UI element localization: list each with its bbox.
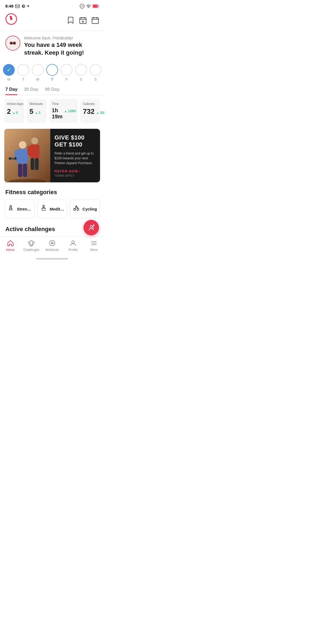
header-icons [67, 17, 99, 24]
svg-rect-35 [23, 164, 27, 177]
period-tabs: 7 Day 30 Day 90 Day [0, 84, 104, 95]
day-label-friday: F [66, 77, 68, 81]
svg-point-30 [19, 141, 26, 149]
bookmark-button[interactable] [67, 17, 74, 24]
svg-rect-39 [35, 146, 39, 155]
stat-time-change: ▲ 128% [64, 109, 76, 113]
svg-rect-41 [35, 158, 39, 170]
nav-workouts-label: Workouts [45, 248, 59, 252]
category-strength[interactable]: Strength [4, 199, 35, 218]
promo-people-image [4, 129, 50, 182]
svg-marker-58 [51, 242, 54, 244]
day-saturday: S [75, 64, 87, 81]
svg-point-53 [90, 225, 92, 228]
day-tuesday1: T [17, 64, 29, 81]
svg-point-5 [88, 7, 89, 8]
nav-challenges[interactable]: Challenges [23, 239, 39, 252]
fab-button[interactable] [83, 220, 99, 235]
bottom-nav: Home Challenges Workouts [0, 236, 104, 257]
promo-description: Refer a friend and get up to $100 toward… [55, 151, 96, 165]
stat-active-days-value: 2 [7, 107, 11, 116]
svg-point-25 [11, 43, 12, 43]
gmail-icon [15, 4, 20, 8]
svg-rect-40 [30, 158, 34, 170]
challenges-icon [28, 239, 35, 247]
nav-workouts[interactable]: Workouts [44, 239, 60, 252]
add-to-calendar-button[interactable] [79, 17, 87, 24]
day-circle-saturday [75, 64, 87, 76]
day-wednesday: W [32, 64, 44, 81]
category-strength-label: Strength [17, 207, 32, 211]
welcome-text: Welcome back, PeloBuddy! You have a 149 … [24, 36, 99, 57]
battery-icon [93, 4, 99, 8]
stat-calories-arrow: ▲ [96, 111, 99, 114]
svg-point-10 [10, 18, 12, 20]
promo-text-area: GIVE $100GET $100 Refer a friend and get… [50, 129, 100, 182]
stat-workouts-value: 5 [29, 107, 33, 116]
welcome-message: You have a 149 week streak. Keep it goin… [24, 41, 99, 57]
svg-point-43 [9, 157, 11, 160]
workouts-icon [48, 239, 56, 247]
category-cycling[interactable]: Cycling [70, 199, 100, 218]
nav-profile[interactable]: Profile [65, 239, 81, 252]
nav-home-label: Home [6, 248, 15, 252]
svg-text:✳: ✳ [22, 5, 25, 8]
category-cycling-label: Cycling [82, 207, 97, 211]
svg-rect-0 [15, 5, 20, 8]
categories-row: Strength Meditation Cycling [0, 199, 104, 223]
day-label-monday: M [7, 77, 10, 81]
wifi-icon [86, 4, 91, 8]
svg-point-26 [14, 43, 15, 43]
stat-active-days-label: Active days [7, 102, 21, 106]
day-label-wednesday: W [36, 77, 39, 81]
stat-active-days-change: ▲ 0 [12, 111, 18, 115]
stat-time-label: Time [52, 102, 75, 106]
tab-7day[interactable]: 7 Day [5, 87, 17, 95]
svg-point-44 [14, 157, 17, 160]
tab-90day[interactable]: 90 Day [45, 87, 60, 95]
day-circle-monday: ✓ [3, 64, 15, 76]
svg-rect-56 [30, 245, 32, 246]
nav-profile-label: Profile [68, 248, 78, 252]
strength-icon [7, 205, 14, 213]
svg-point-48 [43, 205, 44, 207]
promo-terms: TERMS APPLY [55, 174, 96, 177]
stat-time-arrow: ▲ [64, 110, 67, 113]
svg-rect-33 [23, 150, 28, 161]
welcome-greeting: Welcome back, PeloBuddy! [24, 36, 99, 40]
day-friday: F [61, 64, 72, 81]
avatar [5, 36, 20, 51]
nav-challenges-label: Challenges [23, 248, 39, 252]
home-indicator [36, 258, 68, 259]
svg-rect-16 [92, 18, 98, 24]
nav-more[interactable]: More [86, 239, 102, 252]
stat-workouts: Workouts 5 ▲ 3 [27, 99, 47, 123]
profile-icon [69, 239, 77, 247]
promo-cta-button[interactable]: REFER NOW › [55, 169, 96, 173]
svg-point-36 [31, 137, 38, 144]
stat-active-days-arrow: ▲ [12, 111, 15, 114]
day-label-sunday: S [94, 77, 97, 81]
svg-rect-28 [12, 43, 14, 44]
header [0, 11, 104, 31]
stat-workouts-arrow: ▲ [35, 111, 38, 114]
status-bar: 8:48 ✳ • [0, 0, 104, 11]
day-circle-thursday [46, 64, 58, 76]
meditation-icon [40, 205, 47, 213]
day-label-saturday: S [80, 77, 82, 81]
stat-calories: Calories 732 ▲ 326% [80, 99, 100, 123]
svg-rect-34 [18, 164, 22, 177]
week-days: ✓ M T W T F S S [0, 60, 104, 84]
day-thursday: T [46, 64, 58, 81]
promo-banner[interactable]: GIVE $100GET $100 Refer a friend and get… [4, 129, 100, 182]
svg-rect-7 [98, 5, 99, 7]
nav-home[interactable]: Home [2, 239, 18, 252]
calendar-button[interactable] [91, 17, 99, 24]
svg-point-46 [10, 205, 12, 207]
svg-rect-8 [93, 5, 97, 7]
svg-point-59 [72, 241, 74, 243]
welcome-section: Welcome back, PeloBuddy! You have a 149 … [0, 31, 104, 60]
stat-calories-change: ▲ 326% [96, 111, 104, 115]
category-meditation[interactable]: Meditation [37, 199, 67, 218]
tab-30day[interactable]: 30 Day [24, 87, 39, 95]
